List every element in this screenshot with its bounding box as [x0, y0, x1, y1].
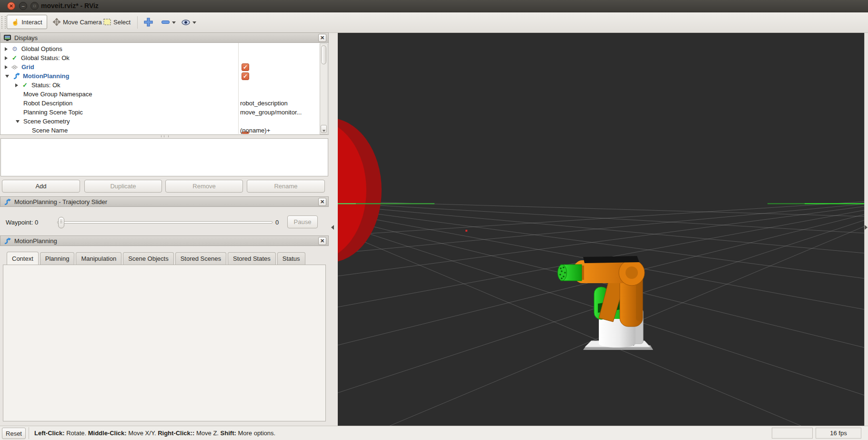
chevron-down-icon	[322, 130, 325, 132]
duplicate-display-button[interactable]: Duplicate	[84, 180, 162, 193]
tab-scene-objects[interactable]: Scene Objects	[123, 252, 174, 265]
grid-enabled-checkbox[interactable]: ✓	[242, 63, 249, 71]
planning-scene-topic-value[interactable]: move_group/monitor...	[240, 109, 319, 116]
3d-scene	[338, 33, 864, 426]
close-icon[interactable]: ✕	[318, 34, 326, 42]
3d-viewport[interactable]	[338, 33, 864, 426]
motionplanning-panel-header[interactable]: MotionPlanning ✕	[0, 235, 329, 246]
tree-row-scene-geometry[interactable]: Scene Geometry	[0, 117, 238, 126]
remove-display-button[interactable]: Remove	[165, 180, 243, 193]
toolbar: ☝ Interact Move Camera Select	[0, 12, 868, 33]
tab-context[interactable]: Context	[7, 252, 39, 265]
tab-manipulation[interactable]: Manipulation	[76, 252, 121, 265]
expander-icon[interactable]	[5, 47, 8, 51]
move-camera-icon	[53, 18, 61, 26]
tab-planning[interactable]: Planning	[40, 252, 75, 265]
trajectory-panel-header[interactable]: MotionPlanning - Trajectory Slider ✕	[0, 196, 329, 207]
window-maximize-button[interactable]: □	[30, 2, 39, 10]
motionplanning-enabled-checkbox[interactable]: ✓	[242, 72, 249, 80]
tab-stored-states[interactable]: Stored States	[228, 252, 276, 265]
motionplanning-tabs: Context Planning Manipulation Scene Obje…	[7, 252, 305, 265]
rviz-window: ✕ – □ moveit.rviz* - RViz ☝ Interact Mov…	[0, 0, 868, 440]
tab-status[interactable]: Status	[277, 252, 305, 265]
toolbar-separator	[137, 16, 138, 29]
motionplanning-icon	[4, 198, 11, 205]
add-display-button[interactable]: Add	[2, 180, 80, 193]
move-camera-tool-button[interactable]: Move Camera	[49, 15, 106, 29]
interact-hand-icon: ☝	[11, 19, 19, 26]
panel-collapse-left-arrow-icon[interactable]	[331, 225, 334, 230]
tree-row-motionplanning[interactable]: MotionPlanning	[0, 72, 238, 81]
displays-panel-header[interactable]: Displays ✕	[0, 32, 329, 43]
mouse-help-text: Left-Click: Rotate. Middle-Click: Move X…	[34, 430, 275, 437]
y-axis-line	[338, 203, 864, 204]
context-tab-content	[3, 265, 326, 421]
camera-view-eye-icon[interactable]	[182, 20, 190, 25]
tree-row-status-ok[interactable]: ✓ Status: Ok	[0, 81, 238, 90]
window-title: moveit.rviz* - RViz	[41, 2, 99, 10]
toolbar-drag-handle[interactable]	[1, 16, 6, 29]
tree-row-planning-scene-topic[interactable]: Planning Scene Topic	[0, 108, 238, 117]
tree-column-divider[interactable]	[238, 43, 239, 134]
tree-row-move-group-namespace[interactable]: Move Group Namespace	[0, 90, 238, 99]
robot-model[interactable]	[558, 256, 654, 350]
expander-icon[interactable]	[5, 65, 8, 69]
scene-name-value[interactable]: (noname)+	[240, 127, 319, 134]
panel-collapse-right-arrow-icon[interactable]	[865, 225, 868, 230]
select-tool-button[interactable]: Select	[99, 15, 135, 29]
waypoint-max-value: 0	[275, 219, 279, 226]
expander-icon[interactable]	[5, 56, 8, 60]
expander-icon[interactable]	[5, 75, 9, 78]
scroll-down-button[interactable]	[321, 125, 327, 133]
collision-sphere[interactable]	[338, 118, 382, 263]
pause-button[interactable]: Pause	[287, 215, 318, 228]
check-icon: ✓	[22, 82, 28, 88]
status-bar: Reset Left-Click: Rotate. Middle-Click: …	[0, 426, 868, 440]
expander-icon[interactable]	[15, 83, 18, 87]
fps-counter: 16 fps	[816, 428, 861, 439]
tree-row-scene-name[interactable]: Scene Name	[0, 126, 238, 135]
tree-row-grid[interactable]: Grid	[0, 62, 238, 72]
motionplanning-icon	[13, 72, 20, 80]
robot-description-value[interactable]: robot_description	[240, 100, 319, 107]
close-icon[interactable]: ✕	[318, 237, 326, 245]
zoom-in-icon[interactable]	[144, 18, 153, 27]
interaction-marker-dot[interactable]	[465, 230, 467, 232]
displays-icon	[4, 35, 11, 41]
zoom-dropdown-arrow-icon[interactable]	[172, 21, 176, 24]
tree-row-global-status[interactable]: ✓ Global Status: Ok	[0, 53, 238, 62]
displays-help-area	[0, 138, 328, 176]
slider-handle[interactable]	[58, 217, 64, 228]
rename-display-button[interactable]: Rename	[247, 180, 325, 193]
waypoint-value: 0	[35, 219, 38, 226]
displays-tree[interactable]: ⚙ Global Options ✓ Global Status: Ok Gri…	[0, 43, 329, 135]
zoom-out-icon[interactable]	[161, 20, 170, 24]
tree-scrollbar[interactable]	[320, 43, 328, 134]
expander-icon[interactable]	[16, 120, 20, 123]
tree-row-global-options[interactable]: ⚙ Global Options	[0, 44, 238, 53]
select-icon	[103, 19, 111, 25]
status-spacer-box	[772, 428, 813, 439]
window-close-button[interactable]: ✕	[7, 2, 15, 10]
tab-stored-scenes[interactable]: Stored Scenes	[175, 252, 226, 265]
interact-tool-button[interactable]: ☝ Interact	[7, 15, 47, 29]
view-dropdown-arrow-icon[interactable]	[192, 21, 196, 24]
tree-row-robot-description[interactable]: Robot Description	[0, 99, 238, 108]
panel-splitter[interactable]	[0, 135, 329, 138]
check-icon: ✓	[12, 55, 17, 61]
close-icon[interactable]: ✕	[318, 198, 326, 206]
grid-icon	[11, 64, 18, 70]
window-minimize-button[interactable]: –	[19, 2, 27, 10]
waypoint-slider[interactable]	[57, 221, 273, 224]
gear-icon: ⚙	[12, 46, 18, 52]
waypoint-label: Waypoint: 0	[6, 219, 38, 226]
motionplanning-icon	[4, 237, 11, 245]
reset-button[interactable]: Reset	[2, 428, 26, 439]
robot-top-housing	[583, 256, 639, 263]
title-bar: ✕ – □ moveit.rviz* - RViz	[0, 0, 868, 12]
